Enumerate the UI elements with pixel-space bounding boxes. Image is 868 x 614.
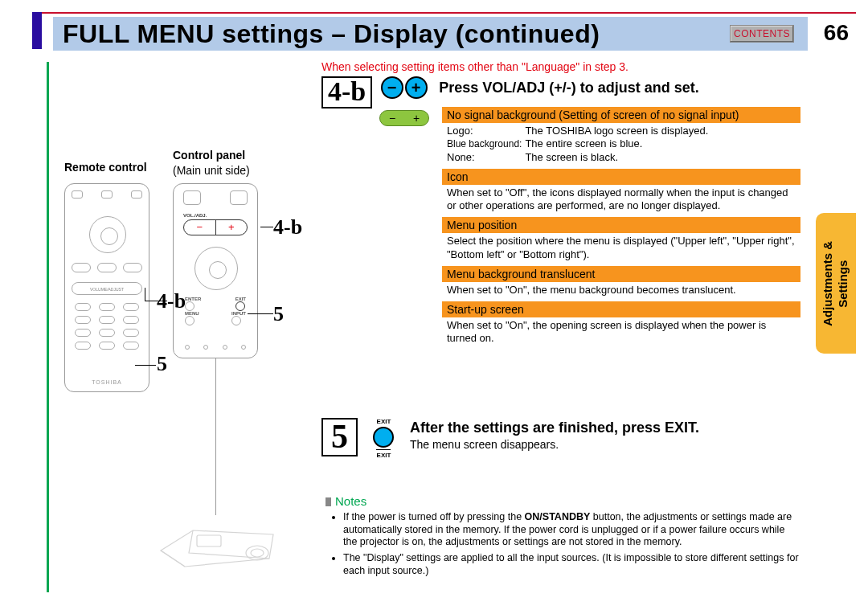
setting-desc: When set to "On", the menu background be…: [442, 282, 800, 297]
setting-desc: Logo:The TOSHIBA logo screen is displaye…: [442, 123, 716, 164]
notes-marker-icon: [326, 497, 331, 506]
page-number: 66: [824, 20, 849, 46]
section-tab-label: Adjustments &Settings: [821, 241, 851, 326]
note-item: The "Display" settings are applied to al…: [343, 552, 800, 577]
panel-plus: +: [215, 220, 248, 235]
pill-minus: −: [389, 112, 395, 125]
setting-title: Menu background translucent: [442, 266, 800, 282]
callout-4b-panel: 4-b: [273, 215, 302, 239]
top-divider: [32, 12, 856, 14]
setting-desc: Select the position where the menu is di…: [442, 233, 800, 261]
callout-line: [248, 313, 273, 314]
settings-list: No signal background (Setting of screen …: [442, 107, 800, 346]
projector-illustration: [153, 506, 281, 579]
callout-line: [135, 365, 156, 366]
step-4b-heading: Press VOL/ADJ (+/-) to adjust and set.: [439, 76, 699, 96]
title-bar: FULL MENU settings – Display (continued): [53, 17, 808, 51]
control-panel-illustration: VOL./ADJ. − + ENTER EXIT MENU INPUT: [173, 183, 258, 358]
remote-control-illustration: VOLUME/ADJUST TOSHIBA: [64, 183, 149, 392]
exit-label-bottom: EXIT: [366, 452, 401, 459]
pill-plus: +: [413, 112, 420, 125]
panel-voladj-label: VOL./ADJ.: [183, 213, 207, 218]
callout-4b-remote: 4-b: [157, 289, 186, 313]
left-accent-line: [47, 62, 49, 592]
callout-line: [260, 227, 273, 227]
callout-line: [145, 301, 167, 301]
exit-label-top: EXIT: [366, 418, 401, 425]
panel-menu-label: MENU: [185, 311, 199, 316]
control-panel-sublabel: (Main unit side): [173, 164, 250, 177]
panel-input-label: INPUT: [231, 311, 246, 316]
svg-point-1: [251, 549, 264, 557]
minus-icon: −: [381, 76, 403, 99]
setting-title: Icon: [442, 169, 800, 185]
setting-title: No signal background (Setting of screen …: [442, 107, 800, 123]
exit-icon-column: EXIT EXIT: [366, 418, 401, 459]
plus-icon: +: [405, 76, 428, 99]
connector-line: [215, 358, 216, 515]
setting-desc: When set to "On", the opening screen is …: [442, 317, 800, 346]
remote-control-label: Remote control: [64, 161, 147, 174]
svg-rect-2: [197, 535, 221, 546]
minus-plus-icons: − +: [381, 76, 429, 99]
note-item: If the power is turned off by pressing t…: [343, 511, 800, 549]
panel-minus: −: [184, 220, 215, 235]
step-5-text: The menu screen disappears.: [410, 438, 796, 451]
step-intro-note: When selecting setting items other than …: [321, 60, 628, 73]
setting-desc: When set to "Off", the icons displayed n…: [442, 185, 800, 213]
contents-button[interactable]: CONTENTS: [730, 25, 794, 43]
step-5-badge: 5: [321, 418, 358, 456]
step-4b: 4-b − + Press VOL/ADJ (+/-) to adjust an…: [321, 76, 800, 108]
control-panel-label: Control panel: [173, 149, 245, 162]
exit-button-icon: [373, 427, 394, 448]
callout-5-panel: 5: [273, 302, 284, 326]
vol-adj-pill: − +: [379, 110, 429, 126]
panel-enter-label: ENTER: [185, 297, 201, 301]
setting-title: Start-up screen: [442, 301, 800, 317]
step-5-heading: After the settings are finished, press E…: [410, 420, 796, 436]
step-5: 5 EXIT EXIT After the settings are finis…: [321, 418, 800, 459]
remote-brand: TOSHIBA: [65, 379, 149, 385]
setting-title: Menu position: [442, 217, 800, 233]
notes-section: Notes If the power is turned off by pres…: [326, 494, 800, 580]
remote-volume-label: VOLUME/ADJUST: [72, 282, 142, 295]
step-4b-badge: 4-b: [321, 76, 372, 108]
callout-5-remote: 5: [157, 352, 167, 376]
notes-header: Notes: [326, 494, 800, 508]
title-accent: [32, 12, 42, 49]
callout-line: [145, 288, 145, 301]
page-title: FULL MENU settings – Display (continued): [63, 19, 600, 49]
contents-label: CONTENTS: [734, 28, 790, 39]
section-tab: Adjustments &Settings: [816, 213, 856, 354]
